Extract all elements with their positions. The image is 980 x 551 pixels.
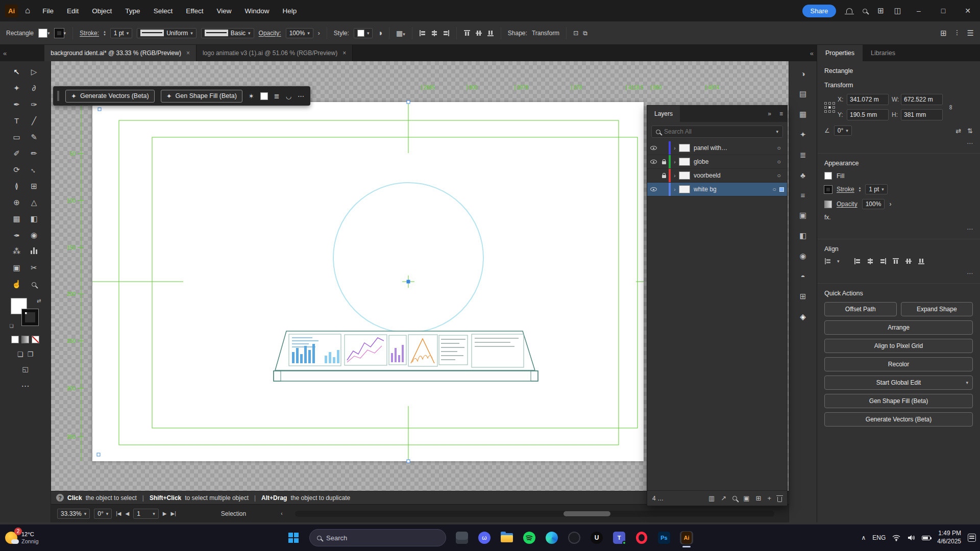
layer-row[interactable]: › panel with… ○ [647,141,787,155]
visibility-eye-icon[interactable] [650,160,657,164]
help-icon[interactable]: ? [56,494,64,502]
offset-path-button[interactable]: Offset Path [824,302,897,316]
layers-search[interactable]: ▾ [651,126,783,138]
last-artboard-icon[interactable]: ▶| [170,511,176,516]
align-middle-icon[interactable] [905,258,912,265]
taskbar-media-app-icon[interactable] [568,531,581,544]
target-circle-icon[interactable]: ○ [774,172,784,179]
stroke-color-well[interactable] [22,309,38,325]
menu-view[interactable]: View [216,7,231,15]
layer-row-selected[interactable]: › white bg ○ [647,183,787,196]
visibility-eye-icon[interactable] [650,187,657,191]
stroke-color-swatch[interactable] [824,186,832,193]
fill-color-swatch[interactable] [824,172,832,180]
align-to-caret[interactable]: ▾ [837,259,840,264]
align-left-icon[interactable] [854,258,861,265]
gen-shape-fill-button[interactable]: ✦ Gen Shape Fill (Beta) [161,90,242,103]
menu-type[interactable]: Type [125,7,140,15]
stroke-weight-stepper[interactable]: ▴▾ [859,186,861,192]
crop-image-icon[interactable]: ⧉ [583,30,587,37]
fill-stroke-widget[interactable]: ⇄ ❏ [10,298,41,329]
taskbar-unreal-icon[interactable]: U [590,531,603,544]
paragraph-panel-icon[interactable]: ≡ [801,191,805,199]
mesh-tool[interactable]: ▦ [8,214,26,223]
symbol-sprayer-tool[interactable]: ⁂ [8,247,26,256]
layer-thumbnail[interactable] [679,144,690,152]
document-tab-inactive[interactable]: logo animatie v3 (1).ai @ 51.06 % (RGB/P… [197,45,353,61]
menu-help[interactable]: Help [282,7,297,15]
reference-point-locator[interactable] [824,102,838,113]
menu-object[interactable]: Object [92,7,112,15]
opacity-more-icon[interactable]: › [318,30,320,37]
stroke-link[interactable]: Stroke [837,186,854,193]
y-field[interactable] [847,109,889,120]
selection-tool[interactable]: ↖ [8,67,26,77]
line-segment-tool[interactable]: ╱ [26,116,43,126]
slice-tool[interactable]: ✂ [26,263,43,272]
free-transform-tool[interactable]: ⊞ [26,182,43,191]
arc-icon[interactable]: ◡ [286,92,291,100]
collect-for-export-icon[interactable]: ▥ [708,494,715,502]
tab-close-icon[interactable]: × [342,49,346,57]
panel-menu-icon[interactable]: ≡ [775,110,787,117]
taskbar-photoshop-icon[interactable]: Ps [657,531,671,544]
align-to-dropdown-icon[interactable] [824,258,831,265]
snap-options-icon[interactable]: ⊞ [940,29,947,38]
notification-center-icon[interactable] [968,534,976,542]
fill-swatch[interactable] [260,92,268,100]
visibility-eye-icon[interactable] [650,146,657,150]
align-bottom-icon[interactable] [487,30,494,37]
transparency-panel-icon[interactable]: ◓ [800,272,805,281]
taskbar-teams-icon[interactable]: T [612,531,626,544]
menu-select[interactable]: Select [154,7,173,15]
align-left-icon[interactable] [419,30,426,37]
align-to-pixel-grid-button[interactable]: Align to Pixel Grid [824,339,973,353]
paintbrush-tool[interactable]: ✎ [26,133,43,142]
collapse-right-dock-icon[interactable]: « [807,49,817,57]
perspective-grid-tool[interactable]: △ [26,198,43,207]
globe-circle-artwork[interactable] [333,183,483,333]
layers-tab[interactable]: Layers [647,106,680,122]
fx-label[interactable]: fx. [824,214,831,221]
layer-name[interactable]: voorbeeld [694,172,774,179]
more-options-icon[interactable]: ⋯ [298,92,304,100]
next-artboard-icon[interactable]: ▶ [163,511,167,516]
home-icon[interactable]: ⌂ [25,6,30,16]
maximize-button[interactable]: □ [936,7,950,15]
workspace-switcher-icon[interactable]: ◫ [894,6,901,15]
scale-tool[interactable]: ↔ [26,165,43,174]
opacity-link[interactable]: Opacity: [259,30,281,37]
curvature-tool[interactable]: ✑ [26,100,43,109]
hand-tool[interactable]: ☝ [8,280,26,289]
lock-icon[interactable] [662,161,666,164]
opacity-link[interactable]: Opacity [837,201,857,208]
style-dropdown[interactable]: ▾ [354,28,373,38]
stroke-weight-stepper[interactable]: ▴▾ [104,30,106,36]
menu-window[interactable]: Window [244,7,269,15]
stroke-weight-dropdown[interactable]: 1 pt▾ [865,184,888,194]
locate-object-icon[interactable] [732,496,737,500]
start-global-edit-button[interactable]: Start Global Edit▾ [824,375,973,390]
color-mode-icon[interactable] [11,336,19,343]
layer-name[interactable]: globe [694,158,774,165]
rectangle-tool[interactable]: ▭ [8,133,26,142]
taskbar-app-window-icon[interactable] [455,531,469,544]
align-center-icon[interactable] [867,258,874,265]
edit-toolbar-icon[interactable]: ⋯ [0,381,51,391]
document-tab-active[interactable]: background ident.ai* @ 33.33 % (RGB/Prev… [44,45,197,61]
artboards-panel-icon[interactable]: ▣ [799,211,806,220]
stroke-weight-dropdown[interactable]: 1 pt▾ [110,28,133,38]
wifi-icon[interactable] [892,534,900,541]
wand-icon[interactable]: ✶ [249,92,254,100]
blend-tool[interactable]: ◉ [26,231,43,240]
layers-search-input[interactable] [664,128,772,135]
zoom-tool[interactable] [26,280,43,289]
align-top-icon[interactable] [892,258,899,265]
h-field[interactable] [901,109,943,120]
battery-icon[interactable] [922,536,930,540]
lock-icon[interactable] [662,175,666,178]
align-center-icon[interactable] [431,30,438,37]
panel-menu-icon[interactable]: ☰ [967,29,974,38]
shaper-tool[interactable]: ✐ [8,149,26,158]
layer-thumbnail[interactable] [679,185,690,193]
